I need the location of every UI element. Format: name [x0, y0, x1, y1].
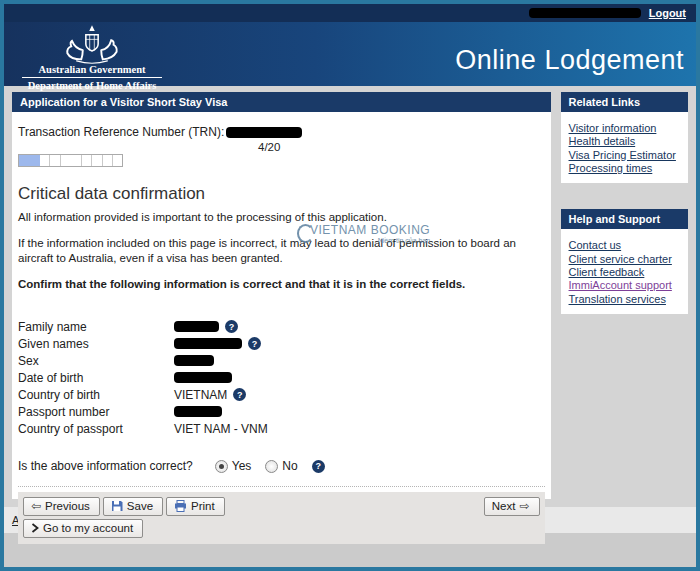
sidebar-item-visitor-information[interactable]: Visitor information [569, 122, 680, 134]
field-value: VIETNAM [174, 388, 227, 402]
help-support-box: Help and Support Contact us Client servi… [561, 209, 688, 314]
field-row-given-names: Given names ? [18, 335, 551, 352]
application-title-bar: Application for a Visitor Short Stay Vis… [12, 92, 551, 112]
save-button[interactable]: Save [103, 497, 163, 516]
field-value-redacted [174, 355, 214, 366]
radio-no-label[interactable]: No [282, 459, 297, 473]
header: Australian Government Department of Home… [4, 22, 696, 86]
username-redacted [529, 8, 641, 18]
sidebar-item-client-service-charter[interactable]: Client service charter [569, 253, 680, 265]
main-panel: Application for a Visitor Short Stay Vis… [12, 92, 551, 499]
brand-line-2: Department of Home Affairs [22, 80, 162, 91]
radio-no[interactable] [265, 460, 278, 473]
sidebar-item-health-details[interactable]: Health details [569, 135, 680, 147]
button-toolbar: ⇦ Previous Save [18, 492, 545, 544]
chevron-right-icon [31, 523, 39, 533]
warning-paragraph: If the information included on this page… [18, 236, 541, 267]
field-row-family-name: Family name ? [18, 318, 551, 335]
sidebar-item-processing-times[interactable]: Processing times [569, 162, 680, 174]
field-row-country-of-birth: Country of birth VIETNAM ? [18, 386, 551, 403]
related-links-box: Related Links Visitor information Health… [561, 92, 688, 183]
page-heading: Critical data confirmation [18, 184, 551, 204]
right-arrow-icon: ⇨ [519, 500, 529, 512]
field-row-sex: Sex [18, 352, 551, 369]
progress-bar-fill [19, 155, 40, 166]
field-label: Date of birth [18, 371, 174, 385]
print-button[interactable]: Print [166, 497, 225, 516]
progress-step-label: 4/20 [258, 141, 551, 153]
field-label: Given names [18, 337, 174, 351]
coat-of-arms-icon [53, 24, 131, 64]
government-brand: Australian Government Department of Home… [22, 24, 162, 91]
top-bar: Logout [4, 4, 696, 22]
field-value-redacted [174, 321, 219, 332]
field-row-country-of-passport: Country of passport VIET NAM - VNM [18, 420, 551, 437]
field-label: Country of birth [18, 388, 174, 402]
help-support-title: Help and Support [561, 209, 688, 229]
field-row-passport-number: Passport number [18, 403, 551, 420]
field-label: Country of passport [18, 422, 174, 436]
field-label: Sex [18, 354, 174, 368]
field-row-date-of-birth: Date of birth [18, 369, 551, 386]
sidebar-item-contact-us[interactable]: Contact us [569, 239, 680, 251]
intro-paragraph: All information provided is important to… [18, 210, 541, 226]
app-title: Online Lodgement [455, 45, 684, 76]
trn-label: Transaction Reference Number (TRN): [18, 125, 224, 139]
sidebar-item-client-feedback[interactable]: Client feedback [569, 266, 680, 278]
field-value-redacted [174, 406, 222, 417]
help-icon[interactable]: ? [225, 320, 238, 333]
fields-list: Family name ? Given names ? Sex Date of … [18, 318, 551, 437]
sidebar-item-translation-services[interactable]: Translation services [569, 293, 680, 305]
radio-yes[interactable] [215, 460, 228, 473]
trn-value-redacted [226, 127, 302, 138]
divider [18, 486, 545, 487]
field-label: Family name [18, 320, 174, 334]
help-icon[interactable]: ? [233, 388, 246, 401]
print-icon [174, 500, 187, 512]
left-arrow-icon: ⇦ [31, 500, 41, 512]
online-lodgement-page: Logout Australian Government Department … [0, 0, 700, 571]
logout-link[interactable]: Logout [649, 7, 686, 19]
save-icon [111, 500, 123, 512]
confirmation-question-row: Is the above information correct? Yes No… [18, 459, 551, 473]
progress-bar [18, 154, 123, 167]
question-label: Is the above information correct? [18, 459, 193, 473]
confirm-paragraph: Confirm that the following information i… [18, 277, 541, 293]
sidebar: Related Links Visitor information Health… [561, 92, 688, 314]
related-links-title: Related Links [561, 92, 688, 112]
go-to-my-account-button[interactable]: Go to my account [23, 519, 143, 538]
content-area: Application for a Visitor Short Stay Vis… [4, 86, 696, 499]
sidebar-gap [561, 183, 688, 209]
field-value-redacted [174, 372, 232, 383]
next-button[interactable]: Next ⇨ [484, 497, 540, 516]
previous-button[interactable]: ⇦ Previous [23, 497, 100, 516]
field-value-redacted [174, 338, 242, 349]
field-value: VIET NAM - VNM [174, 422, 268, 436]
sidebar-item-visa-pricing-estimator[interactable]: Visa Pricing Estimator [569, 149, 680, 161]
help-icon[interactable]: ? [248, 337, 261, 350]
trn-row: Transaction Reference Number (TRN): [18, 125, 551, 139]
help-icon[interactable]: ? [312, 460, 325, 473]
radio-yes-label[interactable]: Yes [232, 459, 252, 473]
sidebar-item-immiaccount-support[interactable]: ImmiAccount support [569, 279, 680, 291]
brand-line-1: Australian Government [22, 64, 162, 78]
field-label: Passport number [18, 405, 174, 419]
